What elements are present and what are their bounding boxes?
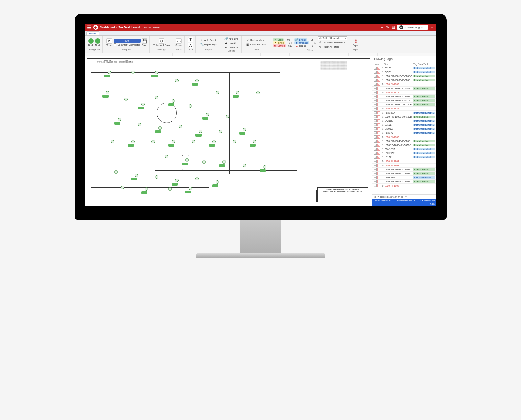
tag-select-icon[interactable]: ▭	[374, 164, 377, 167]
apps-icon[interactable]: ▦	[392, 25, 395, 30]
tag-select-icon[interactable]: ▭	[374, 119, 377, 122]
tag-select-icon[interactable]: ▭	[374, 148, 377, 151]
tag-row[interactable]: ▭–1PSY151BInstruments/Instru…	[372, 147, 436, 151]
tag-delete-icon[interactable]: –	[377, 79, 380, 82]
tag-row[interactable]: ▭–11800-PB-18013-3"-300BGLines/Line No.	[372, 74, 436, 78]
document-reference-button[interactable]: ⚠Document Reference	[318, 40, 347, 44]
tag-delete-icon[interactable]: –	[377, 127, 380, 130]
tag-delete-icon[interactable]: –	[377, 140, 380, 143]
unlink-all-button[interactable]: ⇹Unlink All	[223, 45, 239, 49]
tag-select-icon[interactable]: ▭	[374, 156, 377, 159]
tag-row[interactable]: ▭–11800-PD-18030-10"-150BLines/Line No.	[372, 103, 436, 107]
tag-select-icon[interactable]: ▭	[374, 160, 377, 163]
tag-select-icon[interactable]: ▭	[374, 172, 377, 175]
patterns-button[interactable]: ⚙Patterns & Data	[153, 38, 170, 46]
select-button[interactable]: ▭Select	[175, 38, 182, 46]
tag-delete-icon[interactable]: –	[377, 156, 380, 159]
tag-delete-icon[interactable]: –	[377, 131, 380, 134]
tag-row[interactable]: ▭–1LE101Instruments/Instru…	[372, 123, 436, 127]
document-completed-checkbox[interactable]: Document Completed	[114, 43, 140, 46]
tag-delete-icon[interactable]: –	[377, 144, 380, 147]
filter-valid[interactable]: ✔Valid	[273, 38, 284, 41]
next-button[interactable]: →Next	[95, 38, 100, 46]
tag-row[interactable]: ▭–1LSHA102Instruments/Instru…	[372, 176, 436, 180]
tag-delete-icon[interactable]: –	[377, 91, 380, 94]
tag-row[interactable]: ▭–11800PB-18034-2"-300BGLines/Line No.	[372, 143, 436, 147]
filter-table-select[interactable]: No Table / Undecided… ▾	[318, 36, 347, 40]
auto-link-button[interactable]: 🔗Auto Link	[223, 36, 239, 41]
tag-row[interactable]: ▭–01800-PI-1803	[372, 159, 436, 164]
ocr-button-1[interactable]: T	[188, 37, 193, 42]
reset-filters-button[interactable]: ↺Reset All Filters	[318, 45, 347, 49]
tag-select-icon[interactable]: ▭	[374, 111, 377, 114]
tag-select-icon[interactable]: ▭	[374, 79, 377, 82]
ocr-button-2[interactable]: A	[188, 43, 193, 48]
tag-delete-icon[interactable]: –	[377, 75, 380, 78]
tag-select-icon[interactable]: ▭	[374, 131, 377, 134]
tag-delete-icon[interactable]: –	[377, 152, 380, 155]
pager-next-icon[interactable]: ▶	[398, 195, 400, 198]
pager-refresh-icon[interactable]: ↻	[405, 195, 407, 198]
tag-select-icon[interactable]: ▭	[374, 184, 377, 187]
tag-select-icon[interactable]: ▭	[374, 99, 377, 102]
tag-row[interactable]: ▭–11800-PB-18048-2"-300BLines/Line No.	[372, 139, 436, 143]
tag-row[interactable]: ▭–1PV101Instruments/Instru…	[372, 70, 436, 74]
filter-issues[interactable]: ▲Issues	[294, 44, 307, 47]
tag-row[interactable]: ▭–11800-PB-18031-2"-300BLines/Line No.	[372, 168, 436, 172]
tag-delete-icon[interactable]: –	[377, 148, 380, 151]
tag-row[interactable]: ▭–01800-PI-1802	[372, 164, 436, 168]
tag-delete-icon[interactable]: –	[377, 107, 380, 110]
user-chip[interactable]: ☻ smcwhirter@pr…	[397, 25, 428, 30]
tag-select-icon[interactable]: ▭	[374, 103, 377, 106]
tag-select-icon[interactable]: ▭	[374, 83, 377, 86]
tag-row[interactable]: ▭–01800-PI-1824	[372, 107, 436, 111]
tag-select-icon[interactable]: ▭	[374, 67, 377, 70]
tag-select-icon[interactable]: ▭	[374, 107, 377, 110]
tag-select-icon[interactable]: ▭	[374, 75, 377, 78]
export-button[interactable]: ⇪Export	[353, 38, 359, 46]
tag-delete-icon[interactable]: –	[377, 87, 380, 90]
tag-row[interactable]: ▭–01800-PI-1814	[372, 91, 436, 95]
tag-delete-icon[interactable]: –	[377, 123, 380, 126]
tag-row[interactable]: ▭–1LSHL102Instruments/Instru…	[372, 151, 436, 155]
back-button[interactable]: ←Back	[88, 38, 94, 46]
tag-delete-icon[interactable]: –	[377, 115, 380, 118]
menu-icon[interactable]: ☰	[87, 25, 91, 30]
tag-row[interactable]: ▭–01800-PI-1803	[372, 82, 436, 87]
tag-select-icon[interactable]: ▭	[374, 71, 377, 74]
tag-row[interactable]: ▭–11800-PB-18019-4"-300BLines/Line No.	[372, 180, 436, 184]
tag-delete-icon[interactable]: –	[377, 184, 380, 187]
tag-row[interactable]: ▭–11800-PD-18028-10"-150BLines/Line No.	[372, 115, 436, 119]
tag-select-icon[interactable]: ▭	[374, 87, 377, 90]
tag-select-icon[interactable]: ▭	[374, 95, 377, 98]
tag-row[interactable]: ▭–1LE102Instruments/Instru…	[372, 155, 436, 159]
tag-delete-icon[interactable]: –	[377, 176, 380, 179]
tag-delete-icon[interactable]: –	[377, 135, 380, 139]
breadcrumb-current[interactable]: Sm Dashboard	[118, 26, 140, 29]
tag-delete-icon[interactable]: –	[377, 172, 380, 175]
tag-row[interactable]: ▭–11800-PB-18027-6"-300BLines/Line No.	[372, 172, 436, 176]
breadcrumb-root[interactable]: Dashboard	[100, 26, 115, 29]
tag-delete-icon[interactable]: –	[377, 95, 380, 98]
filter-unlinked[interactable]: ⛓Unlinked	[294, 41, 309, 44]
save-button[interactable]: 💾Save	[142, 38, 147, 46]
tag-select-icon[interactable]: ▭	[374, 123, 377, 126]
unset-default-button[interactable]: Unset default	[142, 25, 162, 30]
tag-row[interactable]: ▭–11800-PD-18035-4"-150BLines/Line No.	[372, 87, 436, 91]
tag-select-icon[interactable]: ▭	[374, 91, 377, 94]
auto-repair-button[interactable]: ✦Auto Repair	[199, 38, 218, 42]
edit-icon[interactable]: ✎	[386, 25, 389, 30]
tag-select-icon[interactable]: ▭	[374, 152, 377, 155]
pager-first-icon[interactable]: ⏮	[374, 196, 376, 198]
tag-row[interactable]: ▭–1LT101AInstruments/Instru…	[372, 127, 436, 131]
tag-select-icon[interactable]: ▭	[374, 144, 377, 147]
reset-button[interactable]: ↺Reset	[106, 38, 112, 46]
tag-row[interactable]: ▭–1PSY151AInstruments/Instru…	[372, 111, 436, 115]
filter-binned[interactable]: 🗑Binned	[273, 44, 286, 47]
tag-row[interactable]: ▭–1PT101Instruments/Instru…	[372, 66, 436, 70]
filter-linked[interactable]: 🔗Linked	[294, 38, 307, 41]
tag-delete-icon[interactable]: –	[377, 83, 380, 86]
tag-delete-icon[interactable]: –	[377, 119, 380, 122]
tag-select-icon[interactable]: ▭	[374, 176, 377, 179]
change-colors-button[interactable]: ◧Change Colors	[245, 43, 267, 47]
